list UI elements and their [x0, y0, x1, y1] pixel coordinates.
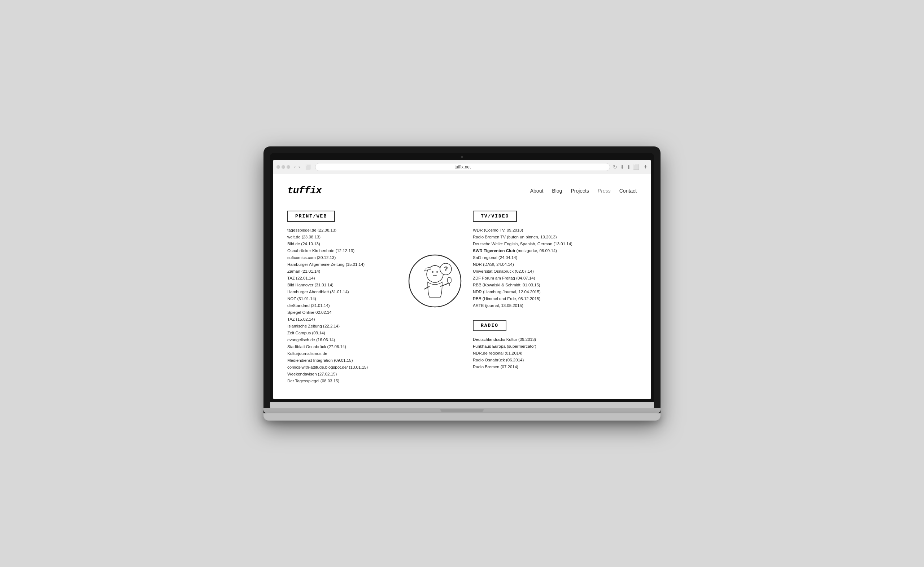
list-item: Weekendavisen (27.02.15): [287, 371, 451, 378]
list-item: Universität Osnabrück (02.07.14): [473, 268, 637, 275]
nav-projects[interactable]: Projects: [571, 188, 589, 194]
forward-arrow[interactable]: ›: [297, 165, 301, 170]
list-item: Stadtblatt Osnabrück (27.06.14): [287, 344, 451, 350]
laptop-hinge: [440, 410, 484, 412]
bookmark-icon[interactable]: ⬜: [633, 164, 639, 170]
print-web-column: PRINT/WEB tagesspiegel.de (22.08.13) wel…: [287, 211, 451, 384]
list-item: NDR (Hamburg Journal, 12.04.2015): [473, 288, 637, 296]
list-item: TAZ (15.02.14): [287, 316, 451, 323]
browser-window: ‹ › ⬜ tuffix.net ↻ ⬇ ⬆ ⬜ + tuffix: [273, 160, 651, 399]
tv-video-list: WDR (Cosmo TV, 09.2013) Radio Bremen TV …: [473, 227, 637, 309]
list-item: Radio Bremen (07.2014): [473, 364, 637, 370]
list-item: Deutschlandradio Kultur (09.2013): [473, 336, 637, 343]
list-item: Deutsche Welle: English, Spanish, German…: [473, 241, 637, 248]
press-content: PRINT/WEB tagesspiegel.de (22.08.13) wel…: [287, 211, 637, 384]
list-item: Zeit Campus (03.14): [287, 330, 451, 336]
back-arrow[interactable]: ‹: [293, 165, 297, 170]
list-item: RBB (Kowalski & Schmidt, 01.03.15): [473, 282, 637, 288]
tv-video-title: TV/VIDEO: [473, 211, 517, 222]
list-item: tagesspiegel.de (22.08.13): [287, 227, 451, 234]
website-content: tuffix About Blog Projects Press Contact…: [273, 174, 651, 399]
list-item: Islamische Zeitung (22.2.14): [287, 323, 451, 330]
screen-bezel: ‹ › ⬜ tuffix.net ↻ ⬇ ⬆ ⬜ + tuffix: [270, 153, 654, 402]
laptop-frame: ‹ › ⬜ tuffix.net ↻ ⬇ ⬆ ⬜ + tuffix: [263, 147, 661, 420]
nav-about[interactable]: About: [530, 188, 544, 194]
radio-title: RADIO: [473, 320, 506, 331]
character-illustration: ?: [408, 254, 462, 308]
reader-icon[interactable]: ⬜: [304, 165, 312, 170]
print-web-title: PRINT/WEB: [287, 211, 335, 222]
list-item: NDR.de regional (01.2014): [473, 350, 637, 357]
share-icon[interactable]: ⬆: [627, 164, 631, 170]
list-item: Osnabrücker Kirchenbote (12.12.13): [287, 248, 451, 254]
list-item: Kulturjournalismus.de: [287, 350, 451, 357]
nav-contact[interactable]: Contact: [619, 188, 637, 194]
list-item: Mediendienst Integration (09.01.15): [287, 357, 451, 364]
list-item: NDR (DAS!, 24.04.14): [473, 261, 637, 268]
camera: [461, 156, 463, 158]
site-nav: About Blog Projects Press Contact: [530, 188, 637, 194]
laptop-bottom: [263, 408, 661, 413]
list-item: Bild.de (24.10.13): [287, 241, 451, 248]
nav-press[interactable]: Press: [598, 188, 611, 194]
list-item: Radio Bremen TV (buten un binnen, 10.201…: [473, 234, 637, 241]
svg-point-2: [432, 271, 433, 273]
svg-point-3: [436, 271, 438, 273]
list-item: Funkhaus Europa (supermercator): [473, 343, 637, 350]
laptop-base: [270, 402, 654, 408]
list-item: SWR Tigerenten Club (motzgurke, 06.09.14…: [473, 248, 637, 254]
list-item: ZDF Forum am Freitag (04.07.14): [473, 275, 637, 282]
refresh-icon[interactable]: ↻: [613, 164, 617, 170]
nav-arrows: ‹ ›: [293, 165, 301, 170]
tv-radio-column: TV/VIDEO WDR (Cosmo TV, 09.2013) Radio B…: [473, 211, 637, 384]
svg-text:?: ?: [444, 266, 448, 273]
tv-video-section: TV/VIDEO WDR (Cosmo TV, 09.2013) Radio B…: [473, 211, 637, 309]
list-item: welt.de (23.08.13): [287, 234, 451, 241]
list-item: ARTE (journal, 13.05.2015): [473, 302, 637, 309]
list-item: WDR (Cosmo TV, 09.2013): [473, 227, 637, 234]
list-item: Sat1 regional (24.04.14): [473, 254, 637, 261]
list-item: evangelisch.de (16.06.14): [287, 336, 451, 344]
window-controls: [276, 165, 290, 169]
site-header: tuffix About Blog Projects Press Contact: [287, 182, 637, 203]
site-logo: tuffix: [287, 185, 322, 196]
minimize-btn[interactable]: [281, 165, 285, 169]
url-bar[interactable]: tuffix.net: [315, 163, 610, 171]
list-item: RBB (Himmel und Erde, 05.12.2015): [473, 296, 637, 302]
maximize-btn[interactable]: [287, 165, 290, 169]
browser-toolbar: ‹ › ⬜ tuffix.net ↻ ⬇ ⬆ ⬜ +: [273, 160, 651, 174]
list-item: comics-with-attitude.blogspot.de/ (13.01…: [287, 364, 451, 371]
browser-actions: ⬇ ⬆ ⬜: [620, 164, 639, 170]
radio-list: Deutschlandradio Kultur (09.2013) Funkha…: [473, 336, 637, 370]
svg-rect-4: [448, 278, 451, 283]
add-tab-button[interactable]: +: [643, 164, 648, 171]
nav-blog[interactable]: Blog: [552, 188, 562, 194]
close-btn[interactable]: [276, 165, 280, 169]
list-item: Radio Osnabrück (06.2014): [473, 357, 637, 364]
laptop-foot: [263, 413, 661, 420]
radio-section: RADIO Deutschlandradio Kultur (09.2013) …: [473, 320, 637, 370]
list-item: Spiegel Online 02.02.14: [287, 309, 451, 316]
list-item: Der Tagesspiegel (08.03.15): [287, 378, 451, 384]
download-icon[interactable]: ⬇: [620, 164, 624, 170]
